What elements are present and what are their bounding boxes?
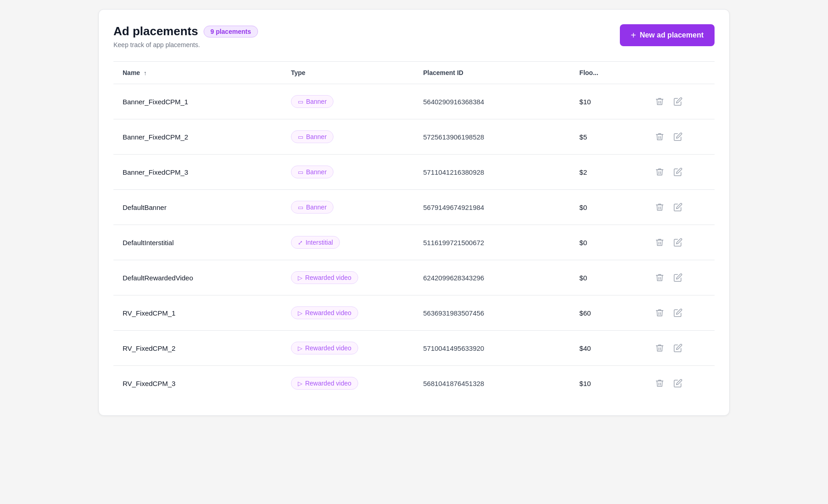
row-floor-price: $0 — [570, 190, 643, 225]
row-type: ▷ Rewarded video — [282, 331, 414, 366]
edit-button[interactable] — [670, 164, 686, 180]
actions-cell — [651, 305, 705, 321]
type-badge: ▷ Rewarded video — [291, 271, 358, 284]
edit-icon — [673, 308, 683, 317]
delete-button[interactable] — [651, 234, 668, 251]
row-placement-id: 5711041216380928 — [414, 155, 570, 190]
new-placement-label: New ad placement — [640, 31, 704, 39]
main-container: Ad placements 9 placements Keep track of… — [98, 9, 730, 416]
row-placement-id: 5679149674921984 — [414, 190, 570, 225]
type-label: Rewarded video — [305, 274, 351, 281]
row-type: ▭ Banner — [282, 155, 414, 190]
delete-button[interactable] — [651, 340, 668, 356]
edit-icon — [673, 132, 683, 141]
header-top: Ad placements 9 placements — [113, 24, 258, 38]
edit-button[interactable] — [670, 199, 686, 215]
edit-button[interactable] — [670, 375, 686, 391]
row-actions — [642, 190, 715, 225]
type-icon: ⤢ — [298, 239, 303, 246]
edit-icon — [673, 97, 683, 106]
actions-cell — [651, 340, 705, 356]
type-label: Rewarded video — [305, 380, 351, 387]
row-floor-price: $0 — [570, 225, 643, 260]
row-type: ▷ Rewarded video — [282, 295, 414, 331]
trash-icon — [655, 379, 664, 388]
type-badge: ▭ Banner — [291, 201, 333, 214]
type-badge: ▷ Rewarded video — [291, 306, 358, 319]
edit-button[interactable] — [670, 340, 686, 356]
row-type: ▭ Banner — [282, 190, 414, 225]
edit-icon — [673, 343, 683, 353]
actions-cell — [651, 375, 705, 391]
table-row: Banner_FixedCPM_3 ▭ Banner 5711041216380… — [113, 155, 715, 190]
row-placement-id: 5725613906198528 — [414, 119, 570, 155]
col-header-actions — [642, 62, 715, 84]
type-label: Rewarded video — [305, 309, 351, 316]
delete-button[interactable] — [651, 129, 668, 145]
row-actions — [642, 155, 715, 190]
table-row: DefaultBanner ▭ Banner 5679149674921984 … — [113, 190, 715, 225]
actions-cell — [651, 93, 705, 110]
type-icon: ▷ — [298, 274, 302, 281]
type-icon: ▭ — [298, 204, 303, 211]
row-actions — [642, 119, 715, 155]
trash-icon — [655, 167, 664, 177]
row-floor-price: $10 — [570, 366, 643, 401]
edit-button[interactable] — [670, 129, 686, 145]
delete-button[interactable] — [651, 93, 668, 110]
row-placement-id: 5710041495633920 — [414, 331, 570, 366]
row-actions — [642, 225, 715, 260]
col-header-placement-id: Placement ID — [414, 62, 570, 84]
placement-count-badge: 9 placements — [204, 26, 258, 38]
type-icon: ▷ — [298, 345, 302, 352]
edit-icon — [673, 273, 683, 282]
type-label: Rewarded video — [305, 344, 351, 352]
table-row: DefaultRewardedVideo ▷ Rewarded video 62… — [113, 260, 715, 295]
row-placement-id: 5681041876451328 — [414, 366, 570, 401]
table-row: Banner_FixedCPM_2 ▭ Banner 5725613906198… — [113, 119, 715, 155]
row-type: ▷ Rewarded video — [282, 260, 414, 295]
type-badge: ⤢ Interstitial — [291, 236, 340, 249]
delete-button[interactable] — [651, 305, 668, 321]
delete-button[interactable] — [651, 269, 668, 286]
row-floor-price: $10 — [570, 84, 643, 119]
delete-button[interactable] — [651, 375, 668, 391]
edit-button[interactable] — [670, 234, 686, 251]
row-floor-price: $0 — [570, 260, 643, 295]
actions-cell — [651, 164, 705, 180]
type-badge: ▭ Banner — [291, 130, 333, 143]
col-header-name[interactable]: Name ↑ — [113, 62, 282, 84]
row-floor-price: $5 — [570, 119, 643, 155]
col-header-floor: Floo... — [570, 62, 643, 84]
row-placement-id: 5640290916368384 — [414, 84, 570, 119]
row-actions — [642, 331, 715, 366]
col-header-type: Type — [282, 62, 414, 84]
type-label: Banner — [306, 204, 327, 211]
delete-button[interactable] — [651, 199, 668, 215]
actions-cell — [651, 129, 705, 145]
type-icon: ▭ — [298, 98, 303, 105]
trash-icon — [655, 203, 664, 212]
row-type: ▭ Banner — [282, 119, 414, 155]
row-name: RV_FixedCPM_2 — [113, 331, 282, 366]
type-icon: ▭ — [298, 169, 303, 176]
header-left: Ad placements 9 placements Keep track of… — [113, 24, 258, 48]
page-subtitle: Keep track of app placements. — [113, 41, 258, 48]
actions-cell — [651, 199, 705, 215]
new-ad-placement-button[interactable]: + New ad placement — [620, 24, 715, 46]
trash-icon — [655, 273, 664, 282]
edit-button[interactable] — [670, 93, 686, 110]
placements-table: Name ↑ Type Placement ID Floo... Banner_… — [113, 62, 715, 401]
row-floor-price: $40 — [570, 331, 643, 366]
type-icon: ▭ — [298, 134, 303, 140]
actions-cell — [651, 234, 705, 251]
edit-button[interactable] — [670, 269, 686, 286]
delete-button[interactable] — [651, 164, 668, 180]
table-row: DefaultInterstitial ⤢ Interstitial 51161… — [113, 225, 715, 260]
edit-button[interactable] — [670, 305, 686, 321]
edit-icon — [673, 203, 683, 212]
table-row: RV_FixedCPM_2 ▷ Rewarded video 571004149… — [113, 331, 715, 366]
trash-icon — [655, 132, 664, 141]
row-placement-id: 6242099628343296 — [414, 260, 570, 295]
trash-icon — [655, 343, 664, 353]
